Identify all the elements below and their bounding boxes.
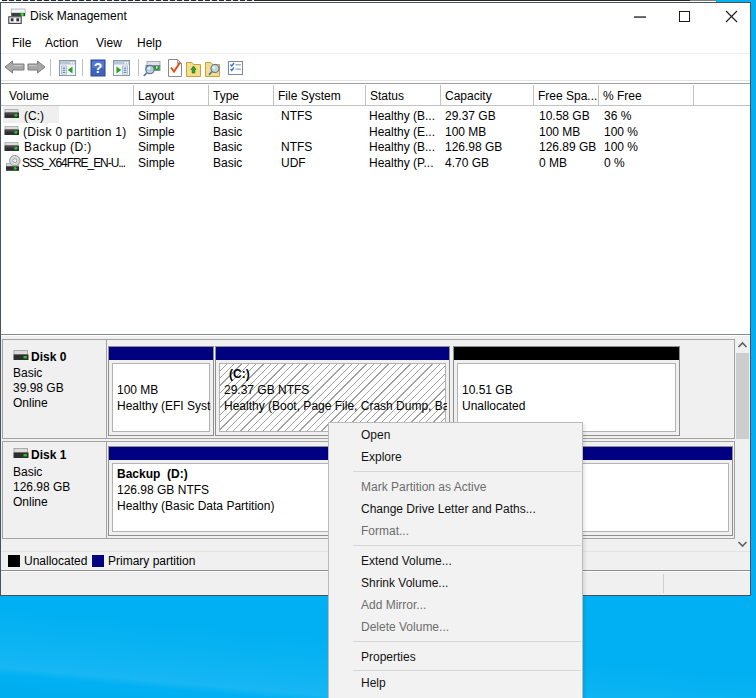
svg-text:?: ? <box>94 60 103 76</box>
